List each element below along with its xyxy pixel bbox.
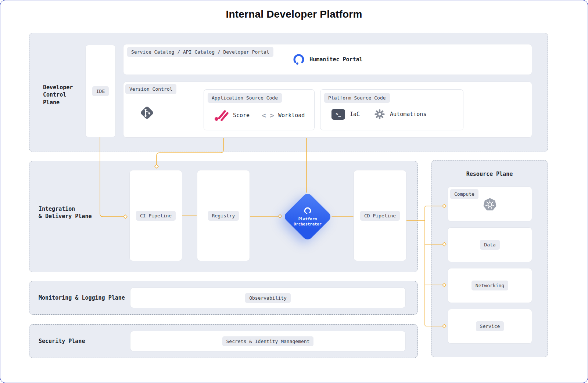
plane-resource: Resource Plane Compute Data xyxy=(431,160,548,357)
service-box: Service xyxy=(448,309,532,344)
platform-source-badge: Platform Source Code xyxy=(324,93,390,103)
humanitec-logo-icon xyxy=(293,53,305,66)
score-label: Score xyxy=(233,112,250,119)
application-source-content: Score < > Workload xyxy=(213,109,305,122)
automations-label: Automations xyxy=(390,111,426,118)
compute-box: Compute xyxy=(448,187,532,221)
chevron-left-icon: < xyxy=(262,112,266,119)
data-box: Data xyxy=(448,227,532,262)
registry-box: Registry xyxy=(197,170,250,261)
platform-orchestrator-diamond: Platform Orchestrator xyxy=(283,192,333,242)
workload-label: Workload xyxy=(278,112,305,119)
humanitec-portal-label: Humanitec Portal xyxy=(309,56,363,63)
resource-plane-title: Resource Plane xyxy=(431,171,548,177)
observability-box: Observability xyxy=(130,288,406,308)
cd-pipeline-badge: CD Pipeline xyxy=(360,211,400,221)
registry-badge: Registry xyxy=(208,211,239,221)
networking-box: Networking xyxy=(448,268,532,303)
version-control-box: Version Control Application Source Code xyxy=(123,82,532,138)
networking-badge: Networking xyxy=(472,281,508,290)
platform-source-content: >_ IaC xyxy=(331,109,426,120)
cd-pipeline-box: CD Pipeline xyxy=(354,170,406,261)
data-badge: Data xyxy=(480,240,499,250)
secrets-badge: Secrets & Identity Management xyxy=(222,336,314,346)
ide-badge: IDE xyxy=(92,86,109,96)
ci-pipeline-badge: CI Pipeline xyxy=(136,211,176,221)
compute-badge: Compute xyxy=(450,189,478,199)
plane-security: Security Plane Secrets & Identity Manage… xyxy=(29,324,418,358)
ci-pipeline-box: CI Pipeline xyxy=(129,170,182,261)
service-badge: Service xyxy=(476,321,504,331)
ide-box: IDE xyxy=(85,45,116,137)
integration-delivery-plane-label: Integration & Delivery Plane xyxy=(39,205,92,220)
orchestrator-logo-icon xyxy=(304,207,312,215)
platform-orchestrator-content: Platform Orchestrator xyxy=(290,199,325,234)
monitoring-plane-label: Monitoring & Logging Plane xyxy=(39,294,125,301)
version-control-badge: Version Control xyxy=(125,84,176,94)
application-source-box: Application Source Code Score < > Worklo… xyxy=(204,89,315,130)
portal-box: Service Catalog / API Catalog / Develope… xyxy=(123,44,532,75)
gear-icon xyxy=(374,109,385,120)
developer-control-plane-label: Developer Control Plane xyxy=(43,84,73,106)
kubernetes-icon xyxy=(483,198,497,212)
plane-monitoring: Monitoring & Logging Plane Observability xyxy=(29,281,418,315)
application-source-badge: Application Source Code xyxy=(208,93,282,103)
humanitec-brand: Humanitec Portal xyxy=(293,53,363,66)
observability-badge: Observability xyxy=(245,293,291,303)
score-logo-icon xyxy=(213,109,229,122)
security-plane-label: Security Plane xyxy=(39,337,85,345)
page-title: Internal Developer Platform xyxy=(0,8,588,20)
iac-label: IaC xyxy=(350,111,360,118)
git-icon xyxy=(138,104,156,122)
plane-developer-control: Developer Control Plane IDE Service Cata… xyxy=(29,33,548,152)
chevron-right-icon: > xyxy=(270,112,274,119)
plane-integration-delivery: Integration & Delivery Plane CI Pipeline… xyxy=(29,161,418,272)
portal-badge: Service Catalog / API Catalog / Develope… xyxy=(127,47,273,57)
secrets-box: Secrets & Identity Management xyxy=(130,331,406,351)
diagram-canvas: Internal Developer Platform Devel xyxy=(0,0,588,383)
terminal-icon: >_ xyxy=(331,109,345,120)
orchestrator-label: Platform Orchestrator xyxy=(294,217,322,227)
platform-source-box: Platform Source Code >_ IaC xyxy=(320,89,463,130)
